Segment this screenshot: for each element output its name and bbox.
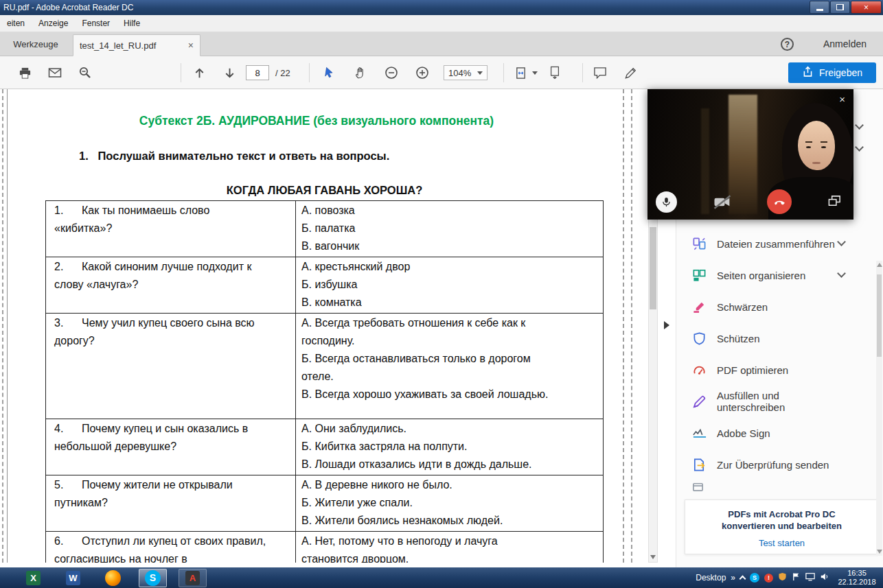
fit-width-icon[interactable] xyxy=(514,65,527,80)
chevron-down-icon xyxy=(837,269,846,278)
pencil-icon[interactable] xyxy=(623,65,637,80)
tray-speaker-icon[interactable] xyxy=(820,572,829,584)
tool-item-organize-pages[interactable]: Seiten organisieren xyxy=(676,259,875,291)
question-cell: 1. Как ты понимаешь слово «кибитка»? xyxy=(46,201,296,257)
menu-item-hilfe[interactable]: Hilfe xyxy=(117,15,147,32)
microphone-icon xyxy=(661,196,672,208)
tool-item-label: Seiten organisieren xyxy=(717,270,805,281)
tab-document[interactable]: test_14_let_RU.pdf × xyxy=(73,34,200,56)
tray-monitor-icon[interactable] xyxy=(805,572,815,584)
scroll-up-arrow[interactable] xyxy=(876,263,882,267)
answer-cell: А. Нет, потому что в непогоду и лачуга с… xyxy=(296,532,603,563)
tray-skype-icon[interactable]: S xyxy=(750,573,759,583)
show-hidden-icons-button[interactable] xyxy=(739,576,746,583)
pen-icon xyxy=(691,394,707,410)
tool-item-adobe-sign[interactable]: Adobe Sign xyxy=(676,417,875,449)
scroll-down-arrow[interactable] xyxy=(649,555,657,559)
person-eye xyxy=(821,146,826,148)
scroll-mode-icon[interactable] xyxy=(548,65,562,80)
zoom-tool-icon[interactable] xyxy=(78,65,92,80)
share-button[interactable]: Freigeben xyxy=(788,62,876,83)
question-cell: 2. Какой синоним лучше подходит к слову … xyxy=(46,257,296,313)
next-page-icon[interactable] xyxy=(222,65,236,80)
zoom-in-icon[interactable] xyxy=(415,65,429,80)
minimize-button[interactable] xyxy=(810,1,829,14)
print-icon[interactable] xyxy=(18,65,32,80)
combine-files-icon xyxy=(691,236,707,252)
answer-option: Б. избушка xyxy=(301,276,551,294)
triangle-right-icon xyxy=(664,321,669,329)
menu-item-anzeige[interactable]: Anzeige xyxy=(32,15,75,32)
help-icon: ? xyxy=(785,40,790,49)
answer-cell: А. Всегда требовать отношения к себе как… xyxy=(296,314,603,419)
tool-item-redact[interactable]: Schwärzen xyxy=(676,291,875,322)
tool-item-send-for-review[interactable]: Zur Überprüfung senden xyxy=(676,449,875,480)
scrollbar-thumb[interactable] xyxy=(650,227,656,309)
previous-page-icon[interactable] xyxy=(192,65,206,80)
tab-close-icon[interactable]: × xyxy=(188,40,194,50)
taskbar-acrobat-button[interactable]: A xyxy=(179,569,207,587)
question-cell: 5. Почему жители не открывали путникам? xyxy=(46,475,296,531)
taskbar-apps: X W S A xyxy=(19,568,207,587)
desktop-toolbar-expand[interactable]: » xyxy=(731,573,735,583)
tray-flag-icon[interactable] xyxy=(792,572,801,584)
question-cell: 3. Чему учил купец своего сына всю дорог… xyxy=(46,314,296,419)
email-icon[interactable] xyxy=(48,65,62,80)
answer-option: А. Нет, потому что в непогоду и лачуга с… xyxy=(301,532,551,563)
signature-icon xyxy=(691,425,707,441)
menu-item-bearbeiten[interactable]: eiten xyxy=(0,15,32,32)
answer-option: В. Всегда хорошо ухаживать за своей лоша… xyxy=(301,386,551,403)
hang-up-icon xyxy=(772,195,787,209)
system-tray: Desktop » S ! 16:35 22.12.2018 xyxy=(696,567,883,588)
panel-scrollbar[interactable] xyxy=(876,261,882,556)
answer-option: Б. Жители уже спали. xyxy=(301,494,551,512)
tool-item-optimize-pdf[interactable]: PDF optimieren xyxy=(676,354,875,386)
tool-item-protect[interactable]: Schützen xyxy=(676,322,875,354)
page-number-input[interactable] xyxy=(246,65,269,80)
zoom-select[interactable]: 104% xyxy=(444,65,488,80)
panel-collapse-handle[interactable] xyxy=(661,314,673,336)
sign-in-button[interactable]: Anmelden xyxy=(823,32,867,56)
chevron-down-icon[interactable] xyxy=(855,121,864,130)
optimize-gauge-icon xyxy=(691,362,707,378)
taskbar-skype-button[interactable]: S xyxy=(139,569,167,587)
promo-text: PDFs mit Acrobat Pro DC xyxy=(685,508,878,520)
tool-item-label: Schwärzen xyxy=(717,301,768,313)
clock-date: 22.12.2018 xyxy=(834,578,880,587)
hand-tool-icon[interactable] xyxy=(354,65,367,80)
comment-icon[interactable] xyxy=(593,65,607,80)
zoom-out-icon[interactable] xyxy=(385,65,398,80)
taskbar-clock[interactable]: 16:35 22.12.2018 xyxy=(834,569,880,587)
close-button[interactable]: × xyxy=(851,1,882,14)
taskbar: X W S A Desktop » S ! 16:35 22.12.2018 xyxy=(0,567,883,588)
screen-share-button[interactable] xyxy=(826,193,842,209)
chevron-down-icon[interactable] xyxy=(532,71,538,75)
tray-shield-icon[interactable] xyxy=(778,572,787,584)
select-tool-icon[interactable] xyxy=(323,65,336,80)
start-trial-link[interactable]: Test starten xyxy=(759,538,805,548)
menu-item-fenster[interactable]: Fenster xyxy=(75,15,117,32)
answer-option: А. повозка xyxy=(301,202,551,220)
window-titlebar: RU.pdf - Adobe Acrobat Reader DC × xyxy=(0,0,883,15)
scrollbar-thumb[interactable] xyxy=(877,274,882,357)
scroll-down-arrow[interactable] xyxy=(876,550,882,554)
page-cut-line xyxy=(623,89,624,563)
answer-cell: А. повозка Б. палатка В. вагончик xyxy=(296,201,603,257)
restore-button[interactable] xyxy=(830,1,850,14)
toolbar-separator xyxy=(181,63,181,82)
chevron-down-icon[interactable] xyxy=(855,143,864,152)
microphone-button[interactable] xyxy=(656,191,677,213)
tab-werkzeuge[interactable]: Werkzeuge xyxy=(0,32,71,56)
taskbar-word-button[interactable]: W xyxy=(59,569,87,587)
partial-tool-icon[interactable] xyxy=(691,480,704,496)
tool-item-combine-files[interactable]: Dateien zusammenführen xyxy=(676,228,875,259)
tray-alert-icon[interactable]: ! xyxy=(764,574,773,583)
video-close-icon[interactable]: × xyxy=(839,93,845,105)
camera-off-button[interactable] xyxy=(712,193,733,210)
end-call-button[interactable] xyxy=(767,189,792,214)
tool-item-fill-sign[interactable]: Ausfüllen und unterschreiben xyxy=(676,386,875,417)
taskbar-excel-button[interactable]: X xyxy=(19,569,47,587)
taskbar-firefox-button[interactable] xyxy=(99,569,127,587)
help-button[interactable]: ? xyxy=(781,38,794,51)
restore-icon xyxy=(836,4,844,10)
